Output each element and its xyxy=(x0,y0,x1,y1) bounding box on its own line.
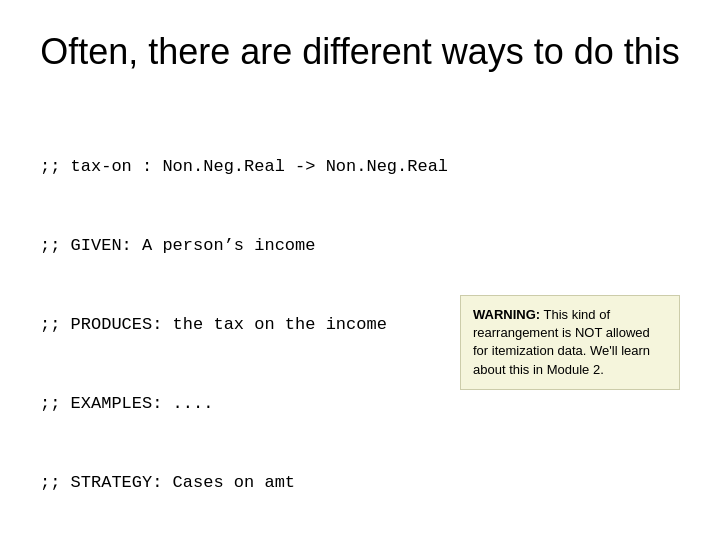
code-line-1: ;; tax-on : Non.Neg.Real -> Non.Neg.Real xyxy=(40,154,680,180)
slide: Often, there are different ways to do th… xyxy=(0,0,720,540)
code-line-4: ;; EXAMPLES: .... xyxy=(40,391,680,417)
warning-title: WARNING: xyxy=(473,307,540,322)
code-line-5: ;; STRATEGY: Cases on amt xyxy=(40,470,680,496)
slide-title: Often, there are different ways to do th… xyxy=(40,30,680,73)
code-line-2: ;; GIVEN: A person’s income xyxy=(40,233,680,259)
warning-box: WARNING: This kind of rearrangement is N… xyxy=(460,295,680,390)
